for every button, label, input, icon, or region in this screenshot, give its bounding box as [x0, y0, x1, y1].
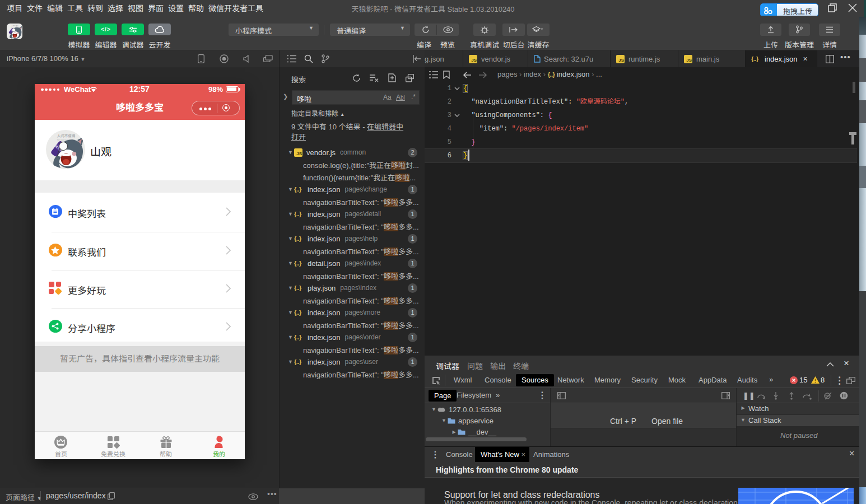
svg-text:人间不值得: 人间不值得 — [11, 25, 18, 27]
svg-text:人间不值得: 人间不值得 — [57, 133, 76, 138]
